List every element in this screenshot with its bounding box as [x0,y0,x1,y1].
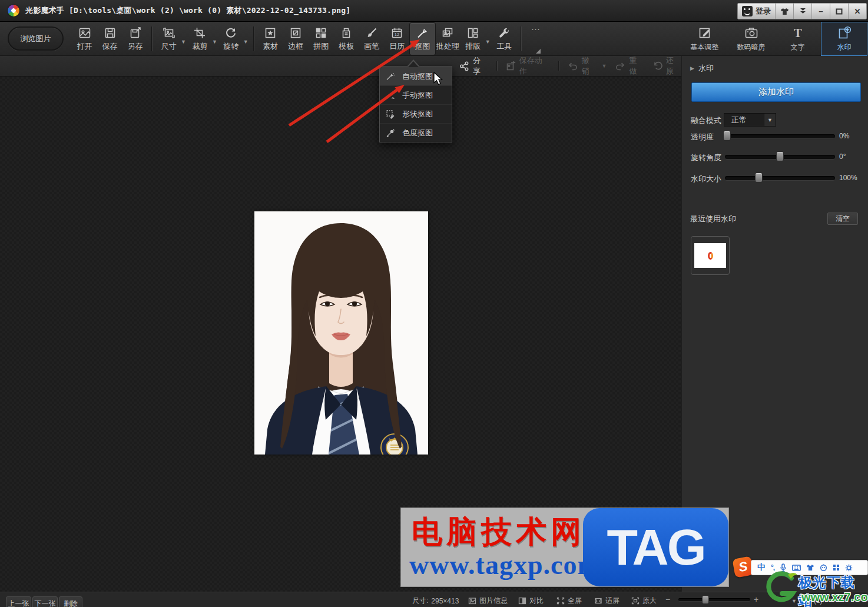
actual-size-button[interactable]: 原大 [631,596,657,606]
main-toolbar: 浏览图片 打开 保存 另存 尺寸 ▼ 裁剪 ▼ 旋转 ▼ [0,22,681,56]
next-image-button[interactable]: 下一张 [32,596,58,607]
toolbar-item-size[interactable]: 尺寸 [156,23,181,55]
fit-screen-icon [594,597,602,605]
menu-item-auto-cutout[interactable]: 自动抠图 [380,67,452,85]
toolbar-item-open[interactable]: 打开 [72,23,97,55]
toolbar-item-save-as[interactable]: 另存 [122,23,148,55]
delete-image-button[interactable]: 删除 [59,596,82,607]
toolbar-item-collage[interactable]: 拼图 [309,23,334,55]
recent-watermark-item[interactable] [691,236,730,275]
toolbar-item-template[interactable]: 模板 [334,23,359,55]
save-action-button[interactable]: 保存动作 [506,55,550,77]
size-slider-thumb[interactable] [755,173,763,183]
tab-text[interactable]: T 文字 [774,22,821,56]
tag-badge: TAG [583,508,728,586]
toolbar-item-batch[interactable]: 批处理 [435,23,460,55]
chevron-down-icon[interactable]: ▼ [764,114,776,126]
wrench-icon [497,26,511,40]
menu-item-shape-cutout[interactable]: 形状抠图 [380,104,452,123]
tab-digital-darkroom[interactable]: 数码暗房 [728,22,774,56]
open-icon [78,26,92,40]
undo-button[interactable]: 撤销 ▼ [568,55,607,77]
rotate-dropdown-caret[interactable]: ▼ [243,39,249,45]
keyboard-icon[interactable] [792,565,801,571]
opacity-slider-thumb[interactable] [723,131,731,141]
browse-images-button[interactable]: 浏览图片 [8,26,64,51]
zoom-slider-thumb[interactable] [702,595,709,604]
section-arrow-icon: ▶ [690,65,694,71]
rotation-slider-thumb[interactable] [776,151,784,161]
menu-item-chroma-cutout[interactable]: 色度抠图 [380,123,452,142]
size-slider[interactable] [725,176,835,180]
collage-grid-icon [314,26,328,40]
banner-site-url: www.tagxp.com [409,549,601,581]
toolbar-item-material[interactable]: 素材 [258,23,283,55]
watermark-logo-mark [708,252,713,260]
blend-mode-label: 融合模式 [691,115,721,126]
redo-button[interactable]: 重做 [615,55,644,77]
blend-mode-select[interactable]: 正常 ▼ [724,113,776,127]
toolbar-item-brush[interactable]: 画笔 [359,23,385,55]
tab-basic-adjust[interactable]: 基本调整 [681,22,728,56]
share-button[interactable]: 分享 [459,55,488,77]
crop-dropdown-caret[interactable]: ▼ [212,39,217,45]
add-watermark-button[interactable]: 添加水印 [691,82,861,102]
clear-recent-button[interactable]: 清空 [827,213,858,225]
toolbar-item-layout[interactable]: 排版 [460,23,486,55]
toolbar-item-rotate[interactable]: 旋转 [218,23,244,55]
toolbar-item-frame[interactable]: 边框 [283,23,309,55]
compare-button[interactable]: 对比 [518,596,544,606]
rotation-label: 旋转角度 [691,152,721,163]
more-ellipsis-icon: ⋯ [531,24,541,35]
watermark-icon [837,25,852,41]
menu-item-manual-cutout[interactable]: 手动抠图 [380,85,452,104]
toolbar-separator [253,26,254,51]
tab-watermark[interactable]: 水印 [821,22,867,56]
login-button[interactable]: 登录 [738,4,775,19]
image-info-button[interactable]: 图片信息 [468,596,508,606]
action-bar: 分享 保存动作 撤销 ▼ 重做 还原 [0,56,681,77]
size-label: 水印大小 [691,174,721,184]
toolbar-more[interactable]: ⋯ [531,24,541,54]
close-button[interactable]: ✕ [848,4,866,19]
zoom-slider[interactable] [678,598,750,601]
grid-apps-icon[interactable] [833,564,840,571]
toolbar-item-calendar[interactable]: 12 日历 [385,23,410,55]
recent-watermarks-title: 最近使用水印 [690,214,736,224]
rotation-slider[interactable] [725,155,835,159]
restore-icon [652,61,662,71]
image-info-icon [468,597,476,605]
size-dropdown-caret[interactable]: ▼ [181,39,186,45]
text-icon: T [790,25,806,41]
robot-face-icon[interactable] [820,564,827,571]
restore-button[interactable]: 还原 [652,55,681,77]
shape-cutout-icon [386,110,395,119]
skin-button[interactable] [775,4,793,19]
toolbar-item-crop[interactable]: 裁剪 [187,23,213,55]
watermark-thumbnail [694,243,726,268]
zoom-in-button[interactable]: + [754,595,758,604]
undo-dropdown-caret[interactable]: ▼ [601,63,607,69]
tagxp-watermark-banner: 电脑技术网 www.tagxp.com TAG [401,508,728,586]
toolbar-item-cutout[interactable]: 抠图 [410,23,435,55]
prev-image-button[interactable]: 上一张 [6,596,31,607]
opacity-slider[interactable] [725,134,835,138]
minimize-button[interactable]: − [811,4,830,19]
maximize-button[interactable] [830,4,848,19]
zoom-out-button[interactable]: − [665,595,670,604]
skin-shirt-icon[interactable] [806,564,814,571]
save-as-icon [128,26,143,40]
photo-preview[interactable] [254,211,428,455]
window-title: 光影魔术手 [D:\tools\桌面\work (2) \work (0) 素材… [25,5,350,16]
hide-to-tray-button[interactable] [793,4,811,19]
toolbar-item-save[interactable]: 保存 [97,23,122,55]
undo-icon [568,61,578,71]
gear-icon[interactable] [845,564,853,572]
cutout-pen-icon [415,26,429,40]
ime-punctuation-indicator[interactable]: °, [771,563,774,572]
toolbar-item-tools[interactable]: 工具 [492,23,517,55]
fit-screen-button[interactable]: 适屏 [594,596,619,606]
blazer-badge [381,434,408,455]
layout-dropdown-caret[interactable]: ▼ [485,39,491,45]
fullscreen-button[interactable]: 全屏 [556,596,582,606]
